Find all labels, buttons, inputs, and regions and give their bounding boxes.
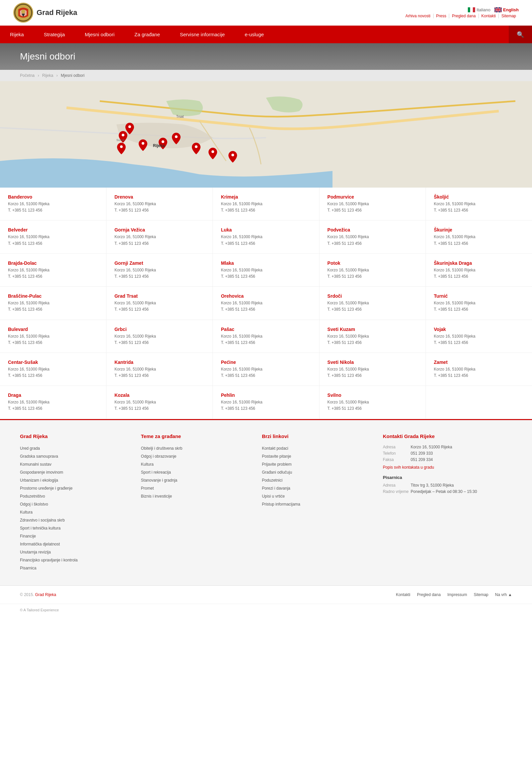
all-contacts-link[interactable]: Popis svih kontakata u gradu bbox=[383, 465, 434, 470]
footer-col1-link[interactable]: Gospodarenje imovinom bbox=[20, 468, 128, 476]
to-top-button[interactable]: Na vrh ▲ bbox=[495, 592, 512, 597]
footer-col1-link[interactable]: Financije bbox=[20, 532, 128, 540]
svg-point-8 bbox=[120, 145, 123, 148]
district-cell: Braščine-Pulac Korzo 16, 51000 RijekaT. … bbox=[0, 287, 106, 319]
footer-col3-link[interactable]: Kontakt podaci bbox=[262, 444, 370, 452]
footer-col2-link[interactable]: Biznis i investicije bbox=[141, 492, 249, 500]
top-link-sitemap[interactable]: Sitemap bbox=[499, 14, 519, 18]
footer-link-kontakti[interactable]: Kontakti bbox=[396, 592, 410, 597]
footer-col3-link[interactable]: Upisi u vrtiće bbox=[262, 492, 370, 500]
district-addr: Korzo 16, 51000 RijekaT. +385 51 123 456 bbox=[434, 333, 524, 346]
district-name[interactable]: Grbci bbox=[114, 327, 205, 332]
footer-link-pregled[interactable]: Pregled dana bbox=[417, 592, 441, 597]
district-name[interactable]: Škurinjska Draga bbox=[434, 261, 524, 266]
top-links: Arhiva novosti Press Pregled dana Kontak… bbox=[403, 14, 519, 18]
district-name[interactable]: Brajda-Dolac bbox=[8, 261, 98, 266]
top-link-pregled[interactable]: Pregled dana bbox=[449, 14, 478, 18]
top-link-arhiva[interactable]: Arhiva novosti bbox=[403, 14, 433, 18]
district-name[interactable]: Gornja Vežica bbox=[114, 227, 205, 233]
district-name[interactable]: Centar-Sušak bbox=[8, 360, 98, 365]
district-name[interactable]: Krimeja bbox=[221, 194, 311, 200]
district-name[interactable]: Podvežica bbox=[327, 227, 418, 233]
district-name[interactable]: Kantrida bbox=[114, 360, 205, 365]
nav-strategija[interactable]: Strategija bbox=[34, 26, 75, 43]
footer-col1-link[interactable]: Informatička djelatnost bbox=[20, 540, 128, 548]
lang-english[interactable]: English bbox=[494, 7, 519, 12]
district-name[interactable]: Srdoči bbox=[327, 293, 418, 299]
footer-link-impressum[interactable]: Impressum bbox=[447, 592, 467, 597]
footer-col2-link[interactable]: Kultura bbox=[141, 460, 249, 468]
footer-col1-link[interactable]: Unutarnja revizija bbox=[20, 548, 128, 556]
district-name[interactable]: Pašac bbox=[221, 327, 311, 332]
footer-col3-link[interactable]: Poduzetnici bbox=[262, 476, 370, 484]
footer-link-sitemap[interactable]: Sitemap bbox=[474, 592, 488, 597]
footer-col1-link[interactable]: Odgoj i školstvo bbox=[20, 500, 128, 508]
footer-brand-link[interactable]: Grad Rijeka bbox=[35, 592, 56, 597]
footer-col3-link[interactable]: Porezi i davanja bbox=[262, 484, 370, 492]
district-name[interactable]: Škurinje bbox=[434, 227, 524, 233]
footer-col3-link[interactable]: Postavite pitanje bbox=[262, 452, 370, 460]
district-name[interactable]: Školjić bbox=[434, 194, 524, 200]
district-name[interactable]: Pehlin bbox=[221, 392, 311, 398]
top-link-press[interactable]: Press bbox=[434, 14, 449, 18]
footer-col1-link[interactable]: Komunalni sustav bbox=[20, 460, 128, 468]
district-name[interactable]: Bulevard bbox=[8, 327, 98, 332]
district-name[interactable]: Pećine bbox=[221, 360, 311, 365]
nav-eusluge[interactable]: e-usluge bbox=[235, 26, 274, 43]
district-name[interactable]: Braščine-Pulac bbox=[8, 293, 98, 299]
district-cell: Škurinje Korzo 16, 51000 RijekaT. +385 5… bbox=[426, 221, 532, 253]
district-name[interactable]: Vojak bbox=[434, 327, 524, 332]
breadcrumb-parent[interactable]: Rijeka bbox=[42, 73, 53, 78]
logo[interactable] bbox=[13, 3, 33, 23]
footer-col1-link[interactable]: Gradska samouprava bbox=[20, 452, 128, 460]
district-name[interactable]: Sveti Nikola bbox=[327, 360, 418, 365]
top-link-kontakti[interactable]: Kontakti bbox=[479, 14, 499, 18]
nav-rijeka[interactable]: Rijeka bbox=[0, 26, 34, 43]
footer-col1-link[interactable]: Zdravstvo i socijalna skrb bbox=[20, 516, 128, 524]
footer-col1-link[interactable]: Pisarnica bbox=[20, 564, 128, 572]
svg-point-15 bbox=[212, 150, 214, 153]
footer-col2-link[interactable]: Promet bbox=[141, 484, 249, 492]
footer-col2-link[interactable]: Stanovanje i gradnja bbox=[141, 476, 249, 484]
district-name[interactable]: Drenova bbox=[114, 194, 205, 200]
district-cell: Vojak Korzo 16, 51000 RijekaT. +385 51 1… bbox=[426, 320, 532, 353]
nav-za-gradane[interactable]: Za građane bbox=[124, 26, 170, 43]
lang-italian[interactable]: Italiano bbox=[468, 7, 490, 12]
district-name[interactable]: Sveti Kuzam bbox=[327, 327, 418, 332]
district-name[interactable]: Draga bbox=[8, 392, 98, 398]
footer-col1-link[interactable]: Kultura bbox=[20, 508, 128, 516]
footer-col3-link[interactable]: Građani odlučuju bbox=[262, 468, 370, 476]
district-name[interactable]: Mlaka bbox=[221, 261, 311, 266]
footer-col1-link[interactable]: Prostorno uređenje i građenje bbox=[20, 484, 128, 492]
district-name[interactable]: Banderovo bbox=[8, 194, 98, 200]
district-name[interactable]: Turnić bbox=[434, 293, 524, 299]
footer-col2-link[interactable]: Odgoj i obrazovanje bbox=[141, 452, 249, 460]
nav-servisne[interactable]: Servisne informacije bbox=[170, 26, 235, 43]
footer-col1-link[interactable]: Urbanizam i ekologija bbox=[20, 476, 128, 484]
footer-col2-link[interactable]: Sport i rekreacija bbox=[141, 468, 249, 476]
footer-col2-link[interactable]: Obitelji i društvena skrb bbox=[141, 444, 249, 452]
district-cell: Krimeja Korzo 16, 51000 RijekaT. +385 51… bbox=[213, 188, 319, 220]
district-name[interactable]: Orehovica bbox=[221, 293, 311, 299]
district-row-3: Braščine-Pulac Korzo 16, 51000 RijekaT. … bbox=[0, 287, 532, 320]
search-button[interactable]: 🔍 bbox=[509, 26, 532, 43]
district-name[interactable]: Podmurvice bbox=[327, 194, 418, 200]
footer-col1-link[interactable]: Ured grada bbox=[20, 444, 128, 452]
footer-col1-link[interactable]: Poduzetništvo bbox=[20, 492, 128, 500]
district-name[interactable]: Kozala bbox=[114, 392, 205, 398]
district-name[interactable]: Grad Trsat bbox=[114, 293, 205, 299]
nav-mjesni-odbori[interactable]: Mjesni odbori bbox=[75, 26, 124, 43]
footer-col3-link[interactable]: Prijavite problem bbox=[262, 460, 370, 468]
breadcrumb-home[interactable]: Početna bbox=[20, 73, 35, 78]
district-name[interactable]: Zamet bbox=[434, 360, 524, 365]
footer-col1-link[interactable]: Financijsko upravljanje i kontrola bbox=[20, 556, 128, 564]
district-name[interactable]: Luka bbox=[221, 227, 311, 233]
footer-col3-link[interactable]: Pristup informacijama bbox=[262, 500, 370, 508]
footer-col1-link[interactable]: Sport i tehnička kultura bbox=[20, 524, 128, 532]
district-name[interactable]: Potok bbox=[327, 261, 418, 266]
district-name[interactable]: Svilno bbox=[327, 392, 418, 398]
map-area[interactable]: Rijeka Trsat Sušak bbox=[0, 81, 532, 188]
district-name[interactable]: Gornji Zamet bbox=[114, 261, 205, 266]
search-icon: 🔍 bbox=[517, 31, 524, 38]
district-name[interactable]: Belveder bbox=[8, 227, 98, 233]
